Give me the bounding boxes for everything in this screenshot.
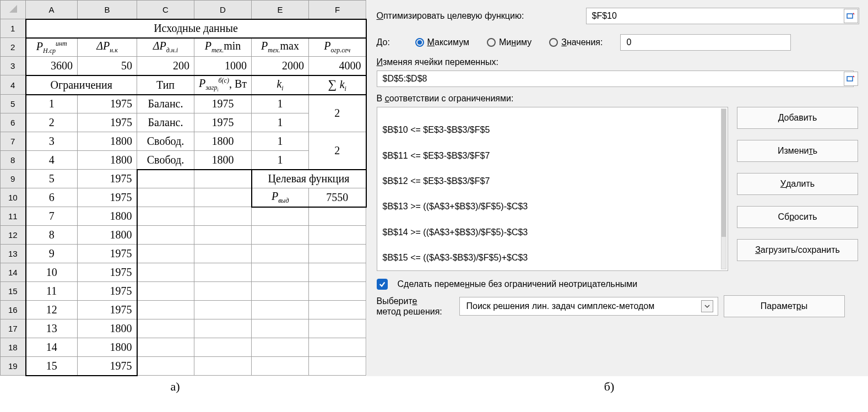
row-12[interactable]: 12 — [1, 226, 26, 245]
row-11[interactable]: 11 — [1, 207, 26, 226]
cell[interactable]: 2000 — [252, 57, 309, 75]
cell[interactable] — [137, 245, 194, 263]
cell[interactable] — [252, 207, 309, 226]
cell[interactable] — [252, 282, 309, 301]
cell[interactable] — [194, 357, 252, 376]
method-select[interactable]: Поиск решения лин. задач симплекс-методо… — [459, 297, 718, 316]
cell[interactable]: 1800 — [194, 151, 252, 170]
row-19[interactable]: 19 — [1, 357, 26, 376]
cell[interactable]: 10 — [26, 263, 78, 282]
col-E[interactable]: E — [252, 1, 309, 19]
cell[interactable] — [194, 338, 252, 357]
cell[interactable]: 1800 — [78, 319, 137, 338]
cell[interactable]: 1800 — [78, 132, 137, 151]
cell[interactable]: 1000 — [194, 57, 252, 75]
cell[interactable]: Исходные данные — [26, 19, 366, 38]
cell[interactable] — [252, 301, 309, 319]
cell[interactable]: 1975 — [78, 301, 137, 319]
cell[interactable]: 1800 — [194, 132, 252, 151]
spreadsheet-table[interactable]: A B C D E F 1 Исходные данные 2 PH.сринт… — [0, 0, 367, 376]
row-1[interactable]: 1 — [1, 19, 26, 38]
row-5[interactable]: 5 — [1, 95, 26, 113]
cell[interactable]: 1800 — [78, 207, 137, 226]
cell[interactable] — [194, 207, 252, 226]
col-D[interactable]: D — [194, 1, 252, 19]
row-15[interactable]: 15 — [1, 282, 26, 301]
cell[interactable]: 1 — [252, 132, 309, 151]
cell[interactable]: 200 — [137, 57, 194, 75]
constraints-list[interactable]: $B$10 <= $E$3-$B$3/$F$5 $B$11 <= $E$3-$B… — [377, 107, 729, 271]
cell[interactable]: Pвыд — [252, 188, 309, 207]
cell[interactable]: ki — [252, 75, 309, 95]
cell[interactable]: Свобод. — [137, 132, 194, 151]
cell[interactable] — [309, 357, 366, 376]
nonneg-checkbox[interactable] — [377, 279, 388, 290]
cell[interactable] — [252, 338, 309, 357]
cell[interactable]: 6 — [26, 188, 78, 207]
cell[interactable] — [137, 301, 194, 319]
cell[interactable]: Свобод. — [137, 151, 194, 170]
cell[interactable]: 1 — [26, 95, 78, 113]
cell[interactable]: ΔPд.н.i — [137, 38, 194, 57]
row-13[interactable]: 13 — [1, 245, 26, 263]
cell[interactable]: 1975 — [194, 113, 252, 132]
cell[interactable]: ∑ ki — [309, 75, 366, 95]
col-A[interactable]: A — [26, 1, 78, 19]
cell[interactable]: 1975 — [78, 95, 137, 113]
row-10[interactable]: 10 — [1, 188, 26, 207]
range-picker-icon[interactable] — [844, 9, 858, 23]
cell[interactable]: Баланс. — [137, 95, 194, 113]
cell[interactable]: 13 — [26, 319, 78, 338]
cell[interactable] — [194, 282, 252, 301]
cell[interactable]: Pогр.сеч — [309, 38, 366, 57]
cell[interactable] — [137, 357, 194, 376]
cell[interactable]: 2 — [309, 95, 366, 132]
cell[interactable] — [194, 170, 252, 188]
cell[interactable]: 14 — [26, 338, 78, 357]
params-button[interactable]: Параметры — [724, 295, 845, 317]
cell[interactable]: 8 — [26, 226, 78, 245]
cell[interactable]: Pmex.min — [194, 38, 252, 57]
cell[interactable] — [252, 263, 309, 282]
cell[interactable]: 1975 — [78, 263, 137, 282]
cell[interactable] — [252, 319, 309, 338]
cell[interactable]: 50 — [78, 57, 137, 75]
row-16[interactable]: 16 — [1, 301, 26, 319]
add-button[interactable]: Добавить — [737, 107, 858, 129]
row-3[interactable]: 3 — [1, 57, 26, 75]
cell[interactable]: 1800 — [78, 338, 137, 357]
cell[interactable]: 2 — [26, 113, 78, 132]
cell[interactable] — [194, 226, 252, 245]
cell[interactable] — [137, 319, 194, 338]
cell[interactable]: 1975 — [78, 170, 137, 188]
cell[interactable] — [194, 245, 252, 263]
cell[interactable] — [194, 319, 252, 338]
cell[interactable] — [137, 282, 194, 301]
cell[interactable] — [194, 188, 252, 207]
col-C[interactable]: C — [137, 1, 194, 19]
select-all-cell[interactable] — [1, 1, 26, 19]
cell[interactable] — [252, 245, 309, 263]
cell[interactable] — [137, 170, 194, 188]
cell[interactable]: 1 — [252, 151, 309, 170]
cell[interactable] — [309, 319, 366, 338]
cell[interactable]: 9 — [26, 245, 78, 263]
cell[interactable] — [137, 226, 194, 245]
cell[interactable] — [309, 245, 366, 263]
cell[interactable] — [252, 357, 309, 376]
cell[interactable]: Pmex.max — [252, 38, 309, 57]
cell[interactable] — [194, 263, 252, 282]
cell[interactable] — [309, 282, 366, 301]
cell[interactable]: 3 — [26, 132, 78, 151]
delete-button[interactable]: Удалить — [737, 173, 858, 195]
cell[interactable] — [252, 226, 309, 245]
col-F[interactable]: F — [309, 1, 366, 19]
radio-value[interactable]: Значения: — [549, 37, 603, 47]
load-save-button[interactable]: Загрузить/сохранить — [737, 239, 858, 261]
cell[interactable] — [309, 338, 366, 357]
cell[interactable]: Pзагрiб(с), Вт — [194, 75, 252, 95]
cell[interactable] — [137, 263, 194, 282]
cell[interactable]: Баланс. — [137, 113, 194, 132]
cell[interactable]: 3600 — [26, 57, 78, 75]
cell[interactable]: 5 — [26, 170, 78, 188]
